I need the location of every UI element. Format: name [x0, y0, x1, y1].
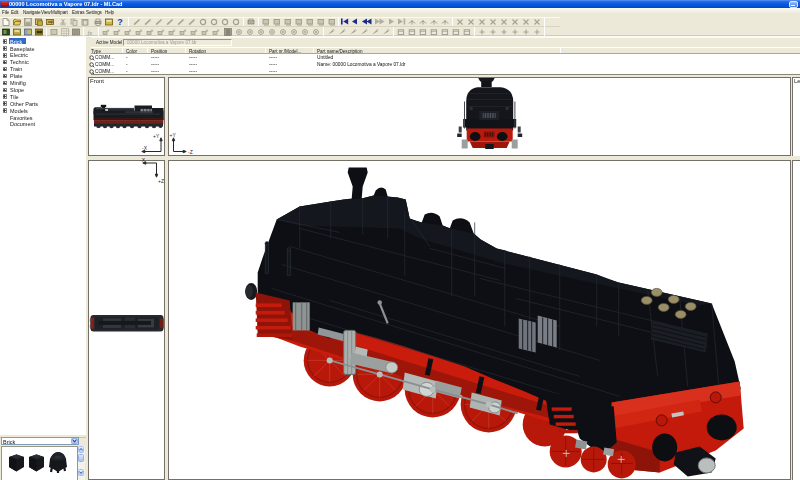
svg-text:?: ? [117, 17, 123, 26]
svg-text:fx: fx [88, 28, 93, 35]
